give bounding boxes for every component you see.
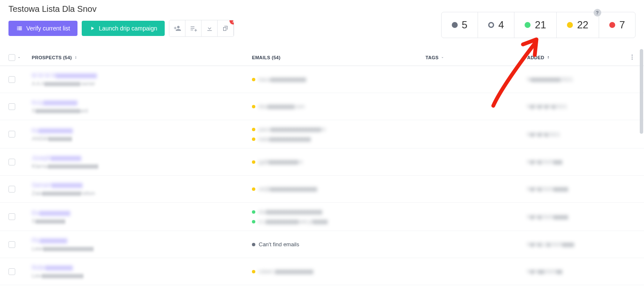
email-text: ew▮▮▮▮▮▮▮▮▮▮▮▮▮▮▮▮▮▮▮ — [259, 209, 322, 215]
stat-value: 22 — [577, 19, 589, 31]
table-row[interactable]: Ka▮▮▮▮▮▮▮▮▮▮ ANSW▮▮▮▮▮▮▮▮ paco▮▮▮▮▮▮▮▮▮▮… — [0, 120, 644, 149]
stat-value: 7 — [619, 19, 625, 31]
email-text: e.s▮▮▮▮▮▮▮▮▮▮▮wet.pl▮▮▮▮▮ — [259, 218, 328, 225]
prospect-name[interactable]: Pio▮▮▮▮▮▮▮▮ — [32, 237, 94, 244]
email-entry: kata▮▮▮▮▮▮▮▮▮▮▮▮▮▮ — [252, 136, 426, 142]
email-entry: robert.▮▮▮▮▮▮▮▮▮▮▮▮▮ — [252, 268, 426, 275]
stat-item[interactable]: 21 — [514, 12, 557, 38]
add-person-button[interactable] — [169, 20, 185, 36]
list-check-icon — [16, 25, 23, 32]
prospect-name[interactable]: Joseph▮▮▮▮▮▮▮▮▮ — [32, 154, 98, 161]
table-header-row: PROSPECTS (54) EMAILS (54) TAGS ADDED — [0, 50, 644, 66]
stat-item[interactable]: 5 — [442, 12, 478, 38]
column-emails: EMAILS (54) — [252, 55, 426, 60]
prospect-name[interactable]: M M M M▮▮▮▮▮▮▮▮▮▮▮▮ — [32, 72, 97, 79]
prospect-subtitle: Lew▮▮▮▮▮▮▮▮▮▮▮▮▮▮ — [32, 272, 83, 279]
svg-point-1 — [632, 57, 633, 58]
email-text: jg@▮▮▮▮▮▮▮▮▮▮m — [259, 159, 303, 165]
status-dot-icon — [252, 243, 255, 246]
column-tags[interactable]: TAGS — [426, 55, 527, 60]
email-entry: Can't find emails — [252, 241, 426, 248]
email-text: robert.▮▮▮▮▮▮▮▮▮▮▮▮▮ — [259, 268, 313, 275]
status-dot-icon — [525, 22, 531, 28]
prospect-subtitle: Zala▮▮▮▮▮▮▮▮▮▮▮▮▮isition — [32, 190, 95, 196]
verify-button[interactable]: Verify current list — [8, 21, 77, 36]
launch-button[interactable]: Launch drip campaign — [82, 21, 165, 36]
chevron-down-icon — [440, 55, 445, 60]
prospect-name[interactable]: Ka▮▮▮▮▮▮▮▮▮▮ — [32, 127, 73, 134]
table-row[interactable]: Krzy▮▮▮▮▮▮▮▮▮▮ S▮▮▮▮▮▮▮▮▮▮▮▮▮▮▮ard kba▮▮… — [0, 93, 644, 120]
table-row[interactable]: Robe▮▮▮▮▮▮▮▮ Lew▮▮▮▮▮▮▮▮▮▮▮▮▮▮ robert.▮▮… — [0, 258, 644, 285]
vertical-scrollbar[interactable] — [640, 49, 643, 134]
stat-value: 4 — [498, 19, 504, 31]
prospect-name[interactable]: Krzy▮▮▮▮▮▮▮▮▮▮ — [32, 99, 88, 106]
list-add-icon — [190, 25, 197, 32]
launch-button-label: Launch drip campaign — [99, 25, 157, 32]
column-prospects[interactable]: PROSPECTS (54) — [32, 55, 252, 60]
status-dot-icon — [252, 220, 255, 223]
row-checkbox[interactable] — [8, 103, 15, 110]
chevron-down-icon[interactable] — [17, 55, 21, 60]
email-text: paco▮▮▮▮▮▮▮▮▮▮▮▮▮▮▮▮▮m — [259, 126, 326, 132]
row-checkbox[interactable] — [8, 76, 15, 83]
email-entry: e.s▮▮▮▮▮▮▮▮▮▮▮wet.pl▮▮▮▮▮ — [252, 218, 426, 225]
row-checkbox[interactable] — [8, 213, 15, 220]
row-checkbox[interactable] — [8, 268, 15, 275]
email-entry: paco▮▮▮▮▮▮▮▮▮▮▮▮▮▮▮▮▮m — [252, 126, 426, 132]
row-checkbox[interactable] — [8, 131, 15, 138]
prospect-name[interactable]: Ew▮▮▮▮▮▮▮▮▮ — [32, 209, 70, 216]
status-dot-icon — [609, 22, 615, 28]
stat-value: 5 — [462, 19, 467, 31]
status-dot-icon — [567, 22, 573, 28]
added-date: N▮N▮▮2020▮▮ — [527, 268, 562, 275]
status-dot-icon — [488, 22, 494, 28]
added-date: N▮▮▮▮▮▮▮▮▮▮2021 — [527, 76, 573, 83]
prospect-name[interactable]: Samant▮▮▮▮▮▮▮▮▮ — [32, 182, 95, 188]
stat-item[interactable]: 7 — [599, 12, 635, 38]
email-entry: sk@▮▮▮▮▮▮▮▮▮▮▮▮▮▮▮▮ — [252, 186, 426, 192]
sort-asc-icon — [546, 55, 550, 60]
table-row[interactable]: Samant▮▮▮▮▮▮▮▮▮ Zala▮▮▮▮▮▮▮▮▮▮▮▮▮isition… — [0, 176, 644, 203]
status-dot-icon — [252, 128, 255, 131]
status-dot-icon — [252, 138, 255, 141]
stat-item[interactable]: 4 — [478, 12, 514, 38]
column-added[interactable]: ADDED — [527, 55, 623, 60]
row-checkbox[interactable] — [8, 241, 15, 248]
select-all-checkbox[interactable] — [8, 54, 15, 61]
row-checkbox[interactable] — [8, 159, 15, 165]
table-row[interactable]: M M M M▮▮▮▮▮▮▮▮▮▮▮▮ A A A▮▮▮▮▮▮▮▮▮▮▮▮own… — [0, 66, 644, 93]
table-row[interactable]: Ew▮▮▮▮▮▮▮▮▮ S▮▮▮▮▮▮▮▮▮▮ ew▮▮▮▮▮▮▮▮▮▮▮▮▮▮… — [0, 203, 644, 231]
table-row[interactable]: Joseph▮▮▮▮▮▮▮▮▮ Klarna▮▮▮▮▮▮▮▮▮▮▮▮▮▮▮▮▮ … — [0, 149, 644, 176]
stat-item[interactable]: 22? — [557, 12, 599, 38]
svg-point-0 — [632, 55, 633, 56]
status-dot-icon — [452, 22, 458, 28]
status-dot-icon — [252, 210, 255, 214]
column-prospects-label: PROSPECTS (54) — [32, 55, 72, 60]
added-date: N▮N▮2020▮▮▮▮▮ — [527, 186, 568, 192]
email-text: sk@▮▮▮▮▮▮▮▮▮▮▮▮▮▮▮▮ — [259, 186, 317, 192]
prospect-subtitle: A A A▮▮▮▮▮▮▮▮▮▮▮▮owner — [32, 80, 97, 87]
prospect-name[interactable]: Robe▮▮▮▮▮▮▮▮ — [32, 264, 83, 271]
prospect-subtitle: S▮▮▮▮▮▮▮▮▮▮▮▮▮▮▮ard — [32, 107, 88, 114]
more-menu-icon[interactable] — [629, 54, 636, 61]
email-entry: kba▮▮▮▮▮▮▮▮▮com — [252, 103, 426, 110]
added-date: N▮N▮2020▮▮▮▮▮ — [527, 214, 568, 220]
email-text: kata▮▮▮▮▮▮▮▮▮▮▮▮▮▮ — [259, 136, 311, 142]
prospect-subtitle: Lewi▮▮▮▮▮▮▮▮▮▮▮▮▮▮▮▮▮ — [32, 245, 94, 252]
email-text: kba▮▮▮▮▮▮▮▮▮com — [259, 103, 305, 110]
added-date: N▮N▮2020▮▮▮ — [527, 159, 562, 165]
svg-point-2 — [632, 58, 633, 60]
stat-value: 21 — [535, 19, 546, 31]
status-dot-icon — [252, 78, 255, 81]
add-list-button[interactable] — [185, 20, 202, 36]
verify-button-label: Verify current list — [26, 25, 70, 32]
download-icon — [206, 25, 213, 32]
email-entry: jg@▮▮▮▮▮▮▮▮▮▮m — [252, 159, 426, 165]
added-date: N▮N▮12▮2020▮▮▮▮ — [527, 241, 574, 248]
row-checkbox[interactable] — [8, 186, 15, 193]
table-row[interactable]: Pio▮▮▮▮▮▮▮▮ Lewi▮▮▮▮▮▮▮▮▮▮▮▮▮▮▮▮▮ Can't … — [0, 231, 644, 258]
sort-icon — [74, 55, 78, 60]
stats-panel: 542122?7 — [441, 12, 636, 38]
download-button[interactable] — [202, 20, 218, 36]
prospect-subtitle: S▮▮▮▮▮▮▮▮▮▮ — [32, 218, 70, 224]
